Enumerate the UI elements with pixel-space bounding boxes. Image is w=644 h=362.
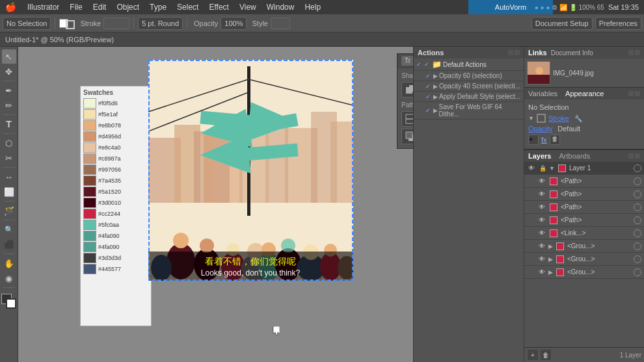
minus-back-btn[interactable]	[401, 129, 413, 144]
group-1-target[interactable]	[634, 242, 641, 250]
menu-object[interactable]: Object	[112, 1, 144, 13]
stroke-color[interactable]	[103, 18, 129, 29]
layer-path-2[interactable]: 👁 <Path>	[524, 188, 644, 201]
new-layer-btn[interactable]: +	[527, 349, 539, 361]
links-close[interactable]	[635, 50, 640, 55]
tab-appearance[interactable]: Appearance	[565, 90, 604, 97]
shape-tool[interactable]: ⬡	[2, 136, 16, 150]
layer-group-3[interactable]: 👁 ▶ <Grou...>	[524, 266, 644, 279]
swatch-5[interactable]: #e8c4a0	[83, 142, 148, 153]
style-swatch[interactable]	[271, 18, 290, 29]
menu-file[interactable]: File	[65, 1, 87, 13]
swatch-6[interactable]: #c8987a	[83, 153, 148, 164]
unite-btn[interactable]	[401, 82, 413, 97]
action-item-1[interactable]: ✓ ▶ Opacity 60 (selection)	[414, 71, 524, 81]
layer-1-expand[interactable]: ▼	[549, 165, 555, 172]
scale-tool[interactable]: ⬜	[2, 185, 16, 199]
layer-1-target[interactable]	[634, 164, 641, 172]
pt-round-select[interactable]: 5 pt. Round	[138, 17, 183, 30]
appear-close[interactable]	[635, 91, 640, 96]
swatch-14[interactable]: #4fa090	[83, 242, 148, 252]
menu-window[interactable]: Window	[262, 1, 299, 13]
zoom-tool[interactable]: ◉	[2, 271, 16, 285]
group-2-target[interactable]	[634, 255, 641, 263]
action-item-2[interactable]: ✓ ▶ Opacity 40 Screen (selecti...	[414, 81, 524, 92]
delete-layer-btn[interactable]: 🗑	[540, 349, 552, 361]
swatch-2[interactable]: #f5e1af	[83, 109, 148, 120]
actions-folder[interactable]: Default Actions	[443, 61, 487, 68]
path-1-visibility[interactable]: 👁	[537, 177, 546, 186]
apple-menu[interactable]: 🍎	[5, 2, 16, 12]
tab-doc-info[interactable]: Document Info	[551, 49, 593, 57]
hand-tool[interactable]: ✋	[2, 256, 16, 270]
eyedropper-tool[interactable]: 🔍	[2, 222, 16, 237]
stroke-swatch[interactable]	[66, 20, 75, 29]
swatch-15[interactable]: #3d3d3d	[83, 253, 148, 263]
scissors-tool[interactable]: ✂	[2, 151, 16, 165]
tab-variables[interactable]: Variables	[528, 90, 557, 97]
type-tool[interactable]: T	[2, 117, 16, 131]
tab-layers[interactable]: Layers	[528, 152, 551, 160]
tab-links[interactable]: Links	[528, 49, 547, 57]
path-2-visibility[interactable]: 👁	[537, 190, 546, 199]
actions-close[interactable]	[515, 50, 520, 55]
warp-tool[interactable]: 🪄	[2, 203, 16, 218]
group-1-expand[interactable]: ▶	[548, 243, 553, 250]
swatch-8[interactable]: #7a4535	[83, 175, 148, 186]
path-3-visibility[interactable]: 👁	[537, 203, 546, 212]
path-4-target[interactable]	[634, 216, 641, 224]
document-setup-btn[interactable]: Document Setup	[531, 17, 593, 30]
layer-link[interactable]: 👁 <Link...>	[524, 227, 644, 240]
rotate-tool[interactable]: ↔	[2, 170, 16, 184]
group-3-target[interactable]	[634, 268, 641, 276]
action-item-3[interactable]: ✓ ▶ Apply Default Style (select...	[414, 92, 524, 102]
add-appear-btn[interactable]: +	[528, 135, 539, 145]
swatch-4[interactable]: #d4956d	[83, 131, 148, 142]
swatch-11[interactable]: #cc2244	[83, 209, 148, 219]
layer-path-4[interactable]: 👁 <Path>	[524, 214, 644, 227]
tab-artboards[interactable]: Artboards	[559, 152, 590, 160]
file-tab[interactable]: Untitled-1* @ 50% (RGB/Preview)	[0, 32, 644, 47]
gradient-tool[interactable]: ⬛	[2, 237, 16, 252]
swatch-13[interactable]: #4fa090	[83, 231, 148, 241]
layer-1-lock[interactable]: 🔒	[538, 164, 547, 173]
group-2-visibility[interactable]: 👁	[537, 255, 546, 264]
layer-group-1[interactable]: 👁 ▶ <Grou...>	[524, 240, 644, 253]
path-4-visibility[interactable]: 👁	[537, 216, 546, 225]
path-3-target[interactable]	[634, 203, 641, 211]
group-1-visibility[interactable]: 👁	[537, 242, 546, 251]
fill-stroke-indicator[interactable]	[1, 294, 17, 309]
direct-select-tool[interactable]: ✥	[2, 64, 16, 79]
swatch-1[interactable]: #f0f5d6	[83, 98, 148, 109]
actions-options[interactable]	[508, 50, 513, 55]
links-options[interactable]	[628, 50, 634, 55]
menu-view[interactable]: View	[235, 1, 261, 13]
appear-options[interactable]	[628, 91, 634, 96]
path-1-target[interactable]	[634, 177, 641, 185]
menu-effect[interactable]: Effect	[204, 1, 233, 13]
menu-edit[interactable]: Edit	[88, 1, 111, 13]
canvas-area[interactable]: Swatches #f0f5d6 #f5e1af #e8b078 #d4956d…	[18, 47, 413, 362]
swatch-9[interactable]: #5a1520	[83, 187, 148, 197]
preferences-btn[interactable]: Preferences	[595, 17, 641, 30]
opacity-value[interactable]: 100%	[221, 17, 247, 30]
layers-close[interactable]	[635, 153, 640, 159]
layer-group-2[interactable]: 👁 ▶ <Grou...>	[524, 253, 644, 266]
path-2-target[interactable]	[634, 190, 641, 198]
layer-path-1[interactable]: 👁 <Path>	[524, 175, 644, 188]
group-3-expand[interactable]: ▶	[548, 269, 553, 276]
layer-path-3[interactable]: 👁 <Path>	[524, 201, 644, 214]
pencil-tool[interactable]: ✏	[2, 98, 16, 112]
swatch-10[interactable]: #3d0010	[83, 198, 148, 208]
menu-illustrator[interactable]: Illustrator	[23, 1, 64, 13]
group-3-visibility[interactable]: 👁	[537, 268, 546, 277]
divide-btn[interactable]	[401, 111, 413, 127]
swatch-16[interactable]: #445577	[83, 264, 148, 274]
layers-options[interactable]	[628, 153, 634, 159]
menu-type[interactable]: Type	[145, 1, 171, 13]
pen-tool[interactable]: ✒	[2, 83, 16, 97]
swatch-3[interactable]: #e8b078	[83, 120, 148, 131]
action-item-4[interactable]: ✓ ▶ Save For Web GIF 64 Dithe...	[414, 102, 524, 120]
link-visibility[interactable]: 👁	[537, 229, 546, 238]
layer-1-row[interactable]: 👁 🔒 ▼ Layer 1	[524, 162, 644, 175]
